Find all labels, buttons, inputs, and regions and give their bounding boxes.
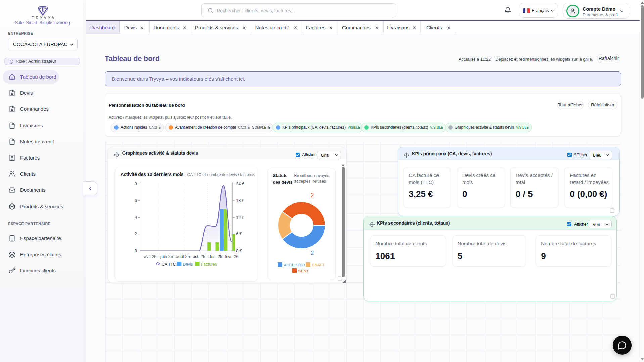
svg-text:SENT: SENT — [298, 269, 309, 273]
svg-text:févr. 26: févr. 26 — [225, 254, 238, 259]
svg-text:2: 2 — [310, 250, 314, 256]
svg-text:2: 2 — [310, 192, 314, 199]
svg-text:6 €: 6 € — [236, 231, 242, 236]
svg-text:juin 25: juin 25 — [160, 254, 173, 259]
svg-text:0: 0 — [134, 248, 137, 253]
svg-text:12 €: 12 € — [236, 215, 245, 220]
svg-text:0 €: 0 € — [236, 248, 242, 253]
svg-text:6: 6 — [134, 198, 137, 203]
svg-text:ACCEPTED: ACCEPTED — [284, 263, 305, 267]
svg-text:Devis: Devis — [183, 262, 193, 267]
svg-text:oct. 25: oct. 25 — [193, 254, 205, 259]
svg-text:18 €: 18 € — [236, 198, 245, 203]
svg-text:DRAFT: DRAFT — [312, 263, 324, 267]
svg-text:août 25: août 25 — [176, 254, 190, 259]
svg-text:4: 4 — [134, 215, 137, 220]
svg-text:avr. 25: avr. 25 — [144, 254, 157, 259]
svg-text:déc. 25: déc. 25 — [208, 254, 222, 259]
svg-text:Factures: Factures — [201, 262, 217, 267]
svg-text:CA TTC: CA TTC — [162, 262, 176, 267]
svg-text:24 €: 24 € — [236, 181, 245, 186]
svg-text:2: 2 — [134, 231, 137, 236]
svg-text:8: 8 — [134, 181, 137, 186]
